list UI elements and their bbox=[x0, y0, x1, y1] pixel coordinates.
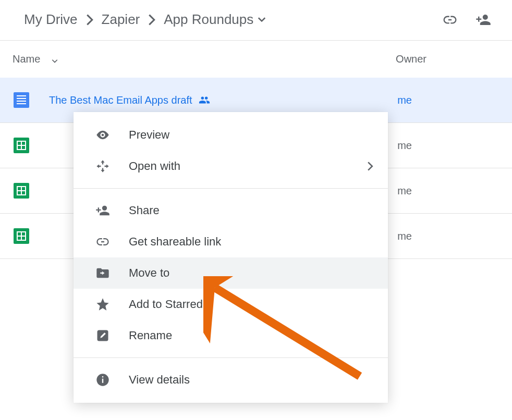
menu-view-details[interactable]: View details bbox=[74, 364, 388, 396]
chevron-right-icon bbox=[148, 14, 155, 26]
menu-get-link[interactable]: Get shareable link bbox=[74, 226, 388, 257]
pencil-icon bbox=[95, 328, 110, 343]
docs-icon bbox=[13, 91, 30, 109]
file-owner: me bbox=[397, 140, 491, 152]
get-link-button[interactable] bbox=[442, 12, 458, 28]
column-headers: Name Owner bbox=[0, 41, 512, 78]
star-icon bbox=[95, 297, 110, 312]
open-with-icon bbox=[95, 159, 110, 174]
column-owner-header[interactable]: Owner bbox=[396, 53, 491, 65]
shared-icon bbox=[199, 94, 210, 106]
link-icon bbox=[95, 234, 110, 249]
chevron-right-icon bbox=[367, 162, 373, 171]
svg-rect-3 bbox=[102, 376, 103, 377]
menu-open-with[interactable]: Open with bbox=[74, 151, 388, 182]
sheets-icon bbox=[13, 227, 30, 245]
add-person-icon bbox=[95, 203, 110, 218]
sheets-icon bbox=[13, 182, 30, 200]
menu-label: Preview bbox=[129, 128, 169, 142]
file-name: The Best Mac Email Apps draft bbox=[49, 94, 192, 106]
menu-preview[interactable]: Preview bbox=[74, 119, 388, 151]
menu-label: Share bbox=[129, 204, 160, 217]
file-owner: me bbox=[397, 94, 491, 106]
info-icon bbox=[95, 373, 110, 387]
breadcrumb-current[interactable]: App Roundups bbox=[161, 9, 269, 30]
breadcrumb: My Drive Zapier App Roundups bbox=[21, 9, 269, 30]
column-name-header[interactable]: Name bbox=[13, 53, 40, 65]
file-owner: me bbox=[397, 185, 491, 197]
menu-label: Open with bbox=[129, 159, 180, 173]
toolbar-actions bbox=[442, 12, 491, 28]
context-menu: Preview Open with Share Get shareable li… bbox=[74, 112, 388, 403]
menu-share[interactable]: Share bbox=[74, 195, 388, 226]
menu-add-starred[interactable]: Add to Starred bbox=[74, 289, 388, 320]
breadcrumb-root[interactable]: My Drive bbox=[21, 9, 81, 30]
sheets-icon bbox=[13, 137, 30, 154]
chevron-right-icon bbox=[86, 14, 93, 26]
eye-icon bbox=[95, 128, 110, 142]
menu-rename[interactable]: Rename bbox=[74, 320, 388, 351]
menu-divider bbox=[74, 357, 388, 358]
menu-move-to[interactable]: Move to bbox=[74, 257, 388, 289]
caret-down-icon bbox=[258, 17, 266, 22]
add-person-button[interactable] bbox=[476, 12, 491, 28]
svg-rect-2 bbox=[102, 379, 103, 383]
menu-label: Add to Starred bbox=[129, 298, 203, 311]
menu-label: View details bbox=[129, 373, 190, 387]
breadcrumb-mid[interactable]: Zapier bbox=[99, 9, 143, 30]
file-owner: me bbox=[397, 230, 491, 242]
menu-label: Get shareable link bbox=[129, 235, 221, 249]
menu-label: Move to bbox=[129, 266, 169, 280]
menu-divider bbox=[74, 188, 388, 189]
toolbar: My Drive Zapier App Roundups bbox=[0, 0, 512, 41]
sort-arrow-down-icon[interactable] bbox=[50, 54, 60, 65]
menu-label: Rename bbox=[129, 329, 172, 342]
folder-move-icon bbox=[95, 266, 110, 280]
breadcrumb-current-label: App Roundups bbox=[164, 11, 253, 28]
